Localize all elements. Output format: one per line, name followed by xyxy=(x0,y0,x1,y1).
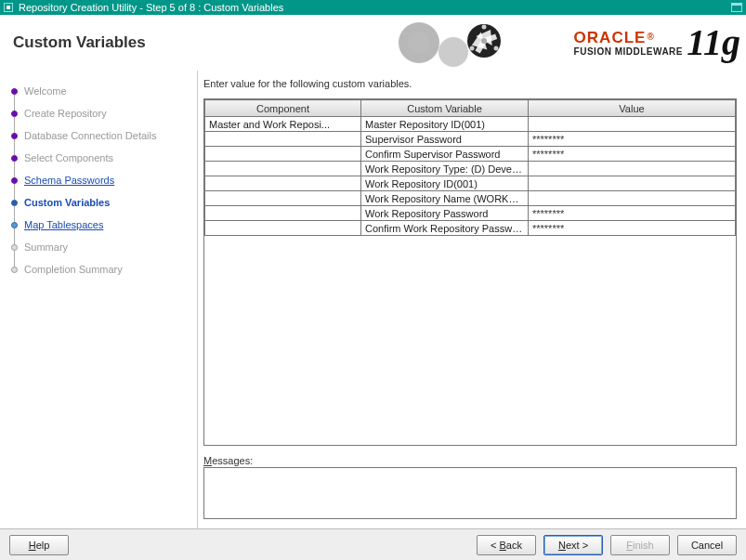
next-button[interactable]: Next > xyxy=(543,535,603,555)
wizard-step-summary: Summary xyxy=(9,236,193,258)
cell-component xyxy=(205,132,361,147)
table-row: Supervisor Password******** xyxy=(205,132,736,147)
table-row: Work Repository ID(001) xyxy=(205,176,736,191)
wizard-steps-sidebar: WelcomeCreate RepositoryDatabase Connect… xyxy=(0,71,198,528)
brand-version: 11g xyxy=(687,20,740,64)
svg-point-3 xyxy=(438,37,468,67)
cell-component xyxy=(205,221,361,236)
svg-point-7 xyxy=(494,46,499,51)
table-row: Confirm Supervisor Password******** xyxy=(205,147,736,162)
column-header: Custom Variable xyxy=(361,100,529,117)
cell-value[interactable]: ******** xyxy=(529,221,736,236)
titlebar: Repository Creation Utility - Step 5 of … xyxy=(0,0,746,15)
cell-value[interactable] xyxy=(529,162,736,176)
footer: Help < Back Next > Finish Cancel xyxy=(0,528,746,560)
svg-point-5 xyxy=(481,38,487,44)
cell-component xyxy=(205,147,361,162)
instruction-text: Enter value for the following custom var… xyxy=(203,78,737,89)
variables-table: ComponentCustom VariableValue Master and… xyxy=(203,98,737,236)
svg-point-8 xyxy=(470,46,475,51)
cancel-button[interactable]: Cancel xyxy=(677,535,737,555)
step-label[interactable]: Custom Variables xyxy=(24,197,110,208)
cell-variable: Confirm Work Repository Password xyxy=(361,221,529,236)
cell-component xyxy=(205,206,361,221)
wizard-step-select-components: Select Components xyxy=(9,147,193,169)
cell-value[interactable]: ******** xyxy=(529,132,736,147)
help-button[interactable]: Help xyxy=(9,535,69,555)
wizard-step-custom-variables[interactable]: Custom Variables xyxy=(9,191,193,214)
cell-value[interactable]: ******** xyxy=(529,147,736,162)
cell-component xyxy=(205,191,361,206)
step-label: Create Repository xyxy=(24,108,107,119)
cell-variable: Work Repository Type: (D) Develo... xyxy=(361,162,529,176)
step-label: Welcome xyxy=(24,85,67,97)
table-row: Master and Work Reposi...Master Reposito… xyxy=(205,117,736,132)
cell-component xyxy=(205,162,361,176)
gears-graphic xyxy=(384,15,551,71)
brand-oracle: ORACLE® xyxy=(574,30,683,46)
wizard-step-database-connection-details: Database Connection Details xyxy=(9,124,193,147)
table-row: Work Repository Type: (D) Develo... xyxy=(205,162,736,176)
step-label: Summary xyxy=(24,241,68,253)
step-label: Completion Summary xyxy=(24,264,123,275)
main-content: Enter value for the following custom var… xyxy=(198,71,746,528)
messages-box xyxy=(203,467,737,519)
step-label: Database Connection Details xyxy=(24,130,156,141)
messages-label: Messages: xyxy=(203,455,737,466)
wizard-step-create-repository: Create Repository xyxy=(9,102,193,124)
cell-variable: Work Repository Password xyxy=(361,206,529,221)
cell-value[interactable] xyxy=(529,117,736,132)
wizard-step-schema-passwords[interactable]: Schema Passwords xyxy=(9,169,193,191)
cell-component: Master and Work Reposi... xyxy=(205,117,361,132)
table-row: Work Repository Name (WORKREP) xyxy=(205,191,736,206)
maximize-icon[interactable] xyxy=(731,3,742,12)
svg-point-6 xyxy=(482,25,487,30)
step-label[interactable]: Schema Passwords xyxy=(24,175,114,186)
cell-value[interactable] xyxy=(529,176,736,191)
wizard-step-map-tablespaces[interactable]: Map Tablespaces xyxy=(9,214,193,236)
app-icon xyxy=(4,3,13,12)
step-label[interactable]: Map Tablespaces xyxy=(24,219,103,230)
column-header: Component xyxy=(205,100,361,117)
header: Custom Variables ORACLE® FUSION MIDDLEWA… xyxy=(0,15,746,71)
wizard-step-completion-summary: Completion Summary xyxy=(9,258,193,280)
back-button[interactable]: < Back xyxy=(477,535,536,555)
page-title: Custom Variables xyxy=(0,33,146,52)
window-title: Repository Creation Utility - Step 5 of … xyxy=(19,2,731,13)
step-label: Select Components xyxy=(24,152,113,163)
brand-area: ORACLE® FUSION MIDDLEWARE 11g xyxy=(384,15,746,71)
wizard-step-welcome: Welcome xyxy=(9,80,193,102)
cell-component xyxy=(205,176,361,191)
svg-point-2 xyxy=(408,32,430,54)
cell-variable: Supervisor Password xyxy=(361,132,529,147)
brand-fusion: FUSION MIDDLEWARE xyxy=(574,47,683,57)
cell-variable: Work Repository ID(001) xyxy=(361,176,529,191)
column-header: Value xyxy=(529,100,736,117)
finish-button: Finish xyxy=(610,535,670,555)
cell-variable: Master Repository ID(001) xyxy=(361,117,529,132)
table-empty-area xyxy=(203,236,737,446)
cell-variable: Confirm Supervisor Password xyxy=(361,147,529,162)
cell-variable: Work Repository Name (WORKREP) xyxy=(361,191,529,206)
cell-value[interactable] xyxy=(529,191,736,206)
table-row: Confirm Work Repository Password******** xyxy=(205,221,736,236)
table-row: Work Repository Password******** xyxy=(205,206,736,221)
cell-value[interactable]: ******** xyxy=(529,206,736,221)
